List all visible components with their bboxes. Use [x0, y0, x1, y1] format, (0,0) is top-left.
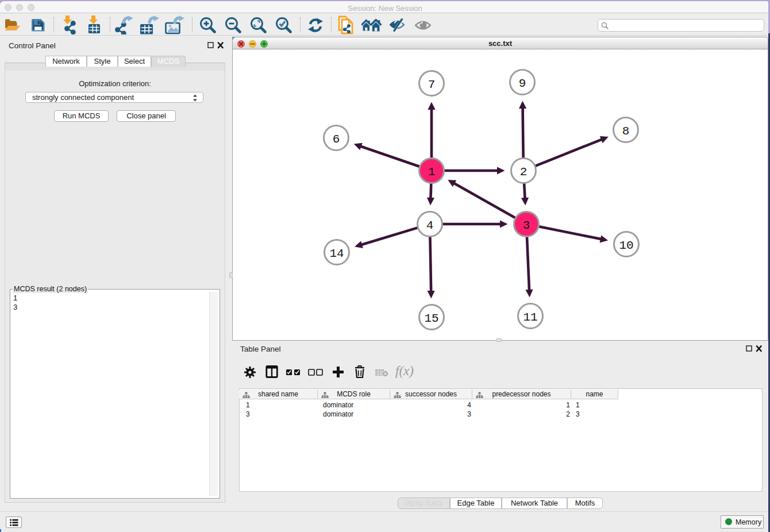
svg-text:14: 14 — [329, 247, 344, 260]
svg-text:1: 1 — [428, 165, 436, 179]
svg-text:11: 11 — [523, 311, 537, 324]
svg-text:9: 9 — [519, 77, 526, 90]
svg-text:2: 2 — [520, 165, 528, 179]
svg-text:7: 7 — [428, 78, 436, 91]
svg-text:6: 6 — [333, 133, 340, 146]
svg-text:10: 10 — [619, 239, 633, 252]
svg-text:3: 3 — [523, 219, 530, 232]
svg-text:15: 15 — [424, 312, 438, 325]
svg-text:4: 4 — [426, 219, 434, 232]
svg-text:8: 8 — [622, 125, 630, 138]
